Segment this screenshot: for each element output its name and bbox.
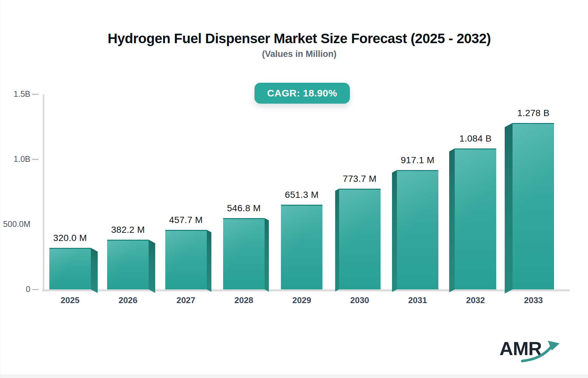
bar-3d-side bbox=[335, 189, 339, 291]
bar-value-label: 1.278 B bbox=[498, 108, 569, 118]
bar-value-label: 1.084 B bbox=[440, 133, 512, 144]
bar-chart-plot-area: 1.5B1.0B500.0M0320.0 M2025382.2 M2026457… bbox=[0, 0, 588, 378]
bar-value-label: 917.1 M bbox=[382, 155, 453, 165]
y-tick-dash bbox=[32, 159, 39, 160]
x-tick-label: 2029 bbox=[276, 295, 328, 305]
y-axis-line bbox=[43, 94, 44, 291]
y-tick-label: 0 bbox=[0, 284, 30, 294]
bar-2030 bbox=[339, 189, 381, 289]
page: Hydrogen Fuel Dispenser Market Size Fore… bbox=[0, 0, 588, 378]
bar-value-label: 651.3 M bbox=[266, 190, 338, 200]
bar-3d-side bbox=[505, 123, 513, 293]
y-tick-dash bbox=[32, 289, 39, 290]
bottom-strip bbox=[0, 374, 588, 378]
x-axis-line bbox=[42, 289, 570, 291]
bar-2033 bbox=[513, 123, 554, 289]
x-tick-label: 2027 bbox=[160, 295, 212, 305]
bar-2031 bbox=[397, 170, 438, 289]
x-tick-label: 2032 bbox=[449, 295, 502, 305]
y-tick-label: 1.0B bbox=[0, 154, 30, 164]
x-tick-label: 2028 bbox=[218, 295, 270, 305]
trend-arrow-icon bbox=[521, 340, 562, 364]
bar-3d-side bbox=[449, 148, 455, 292]
bar-3d-side bbox=[265, 218, 269, 292]
bar-3d-side bbox=[91, 248, 98, 293]
bar-value-label: 546.8 M bbox=[208, 203, 280, 214]
bar-2028 bbox=[223, 218, 265, 289]
y-tick-label: 500.0M bbox=[0, 219, 30, 229]
x-tick-label: 2033 bbox=[507, 295, 560, 305]
bar-2027 bbox=[165, 230, 207, 289]
x-tick-label: 2031 bbox=[391, 295, 444, 305]
bar-value-label: 382.2 M bbox=[92, 225, 164, 235]
bar-2029 bbox=[281, 205, 322, 289]
bar-value-label: 457.7 M bbox=[150, 215, 222, 225]
amr-logo: AMR bbox=[499, 337, 565, 367]
x-tick-label: 2030 bbox=[334, 295, 386, 305]
bar-value-label: 773.7 M bbox=[324, 174, 396, 184]
bar-3d-side bbox=[207, 230, 211, 292]
bar-3d-side bbox=[149, 240, 155, 293]
x-tick-label: 2026 bbox=[102, 295, 154, 305]
bar-2026 bbox=[107, 240, 149, 289]
x-tick-label: 2025 bbox=[44, 295, 96, 305]
bar-3d-side bbox=[392, 170, 397, 292]
y-tick-dash bbox=[32, 94, 39, 95]
bar-2025 bbox=[49, 248, 91, 289]
y-tick-label: 1.5B bbox=[0, 89, 30, 99]
bar-2032 bbox=[455, 148, 496, 289]
